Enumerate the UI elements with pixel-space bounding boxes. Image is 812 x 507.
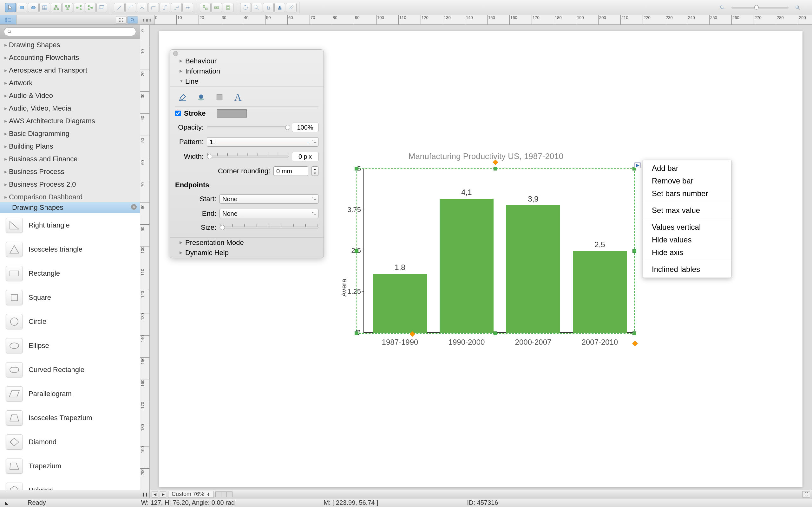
connector-angle[interactable] [148,3,159,12]
connector-smart[interactable] [171,3,182,12]
width-field[interactable] [292,152,318,161]
selection-handle-sw[interactable] [355,331,358,335]
library-search-input[interactable] [4,27,136,36]
library-category[interactable]: Audio & Video [0,89,140,102]
inspector-close-icon[interactable] [173,51,178,56]
library-category[interactable]: Business and Finance [0,153,140,165]
shape-item[interactable]: Rectangle [0,262,140,285]
ruler-unit[interactable]: mm [140,15,154,24]
refresh-tool[interactable] [240,3,251,12]
library-category[interactable]: Building Plans [0,140,140,153]
tree-tool-3[interactable] [73,3,84,12]
selection-handle-n[interactable] [494,167,497,170]
inspector-section-dynamic-help[interactable]: Dynamic Help [170,248,323,258]
connector-curve[interactable] [125,3,136,12]
shape-item[interactable]: Curved Rectangle [0,358,140,382]
selection-handle-nw[interactable] [355,167,358,170]
ellipse-tool[interactable] [28,3,39,12]
shape-item[interactable]: Ellipse [0,334,140,358]
insp-tab-pen-icon[interactable] [176,92,189,103]
inspector-section-presentation[interactable]: Presentation Mode [170,237,323,248]
shape-item[interactable]: Isosceles Trapezium [0,406,140,430]
shape-item[interactable]: Circle [0,309,140,334]
context-menu-item[interactable]: Hide values [643,233,731,246]
inspector-panel[interactable]: Behaviour Information Line A Stroke Opac… [170,49,324,258]
library-category[interactable]: Drawing Shapes [0,39,140,51]
library-category[interactable]: Audio, Video, Media [0,102,140,115]
library-category[interactable]: Business Process [0,165,140,178]
context-menu-item[interactable]: Hide axis [643,246,731,259]
end-select[interactable]: None [219,209,318,218]
stroke-checkbox[interactable] [175,111,181,116]
rectangle-tool[interactable] [16,3,27,12]
pause-icon[interactable]: ❚❚ [140,490,150,498]
tree-tool-4[interactable] [85,3,96,12]
pan-tool[interactable] [263,3,274,12]
library-category[interactable]: Accounting Flowcharts [0,51,140,64]
size-slider[interactable]: ||||||||| [219,227,318,228]
inspector-section-behaviour[interactable]: Behaviour [170,56,323,66]
align-3[interactable] [223,3,234,12]
selection-handle-se[interactable] [632,331,636,335]
scroll-left-icon[interactable]: ◀ [152,491,158,498]
insp-tab-fill-icon[interactable] [213,92,226,103]
scroll-right-icon[interactable]: ▶ [160,491,166,498]
action-arrow-icon[interactable]: ▶ [635,162,641,168]
library-category[interactable]: Comparison Dashboard [0,191,140,202]
connector-straight[interactable] [114,3,125,12]
pointer-tool[interactable] [5,3,16,12]
start-select[interactable]: None [219,194,318,204]
align-2[interactable] [211,3,222,12]
export-tool[interactable] [96,3,107,12]
shape-item[interactable]: Parallelogram [0,382,140,406]
align-1[interactable] [200,3,211,12]
context-menu-item[interactable]: Add bar [643,162,731,175]
context-menu-item[interactable]: Set bars number [643,187,731,200]
tree-tool-2[interactable] [62,3,73,12]
search-lib-icon[interactable] [127,16,138,24]
library-open-section[interactable]: Drawing Shapes ✕ [0,202,140,213]
library-category[interactable]: Artwork [0,77,140,89]
table-tool[interactable] [39,3,50,12]
opacity-field[interactable] [292,123,318,132]
shape-item[interactable]: Right triangle [0,213,140,237]
context-menu-item[interactable]: Set max value [643,204,731,217]
context-menu-item[interactable]: Values vertical [643,221,731,233]
library-category[interactable]: Business Process 2,0 [0,178,140,191]
corner-field[interactable] [273,166,308,176]
close-icon[interactable]: ✕ [131,204,137,210]
context-menu-item[interactable]: Inclined lables [643,263,731,276]
library-category[interactable]: Aerospace and Transport [0,64,140,77]
shape-item[interactable]: Polygon [0,478,140,490]
connector-bezier[interactable] [183,3,193,12]
width-slider[interactable]: ||||||||| [207,156,289,158]
shape-item[interactable]: Isosceles triangle [0,237,140,262]
inspector-section-line[interactable]: Line [170,76,323,87]
library-category[interactable]: AWS Architecture Diagrams [0,115,140,127]
shape-item[interactable]: Square [0,285,140,309]
zoom-out-button[interactable] [717,3,728,12]
connector-step[interactable] [159,3,170,12]
insp-tab-text-icon[interactable]: A [232,92,244,103]
insp-tab-shadow-icon[interactable] [195,92,207,103]
shape-item[interactable]: Trapezium [0,454,140,478]
view-mode-icons[interactable] [215,492,233,497]
library-category[interactable]: Basic Diagramming [0,127,140,140]
zoom-in-button[interactable] [792,3,803,12]
context-menu-item[interactable]: Remove bar [643,175,731,187]
eyedropper-tool[interactable] [286,3,297,12]
selection-handle-w[interactable] [355,249,358,253]
pattern-select[interactable]: 1: [207,137,318,147]
inspector-section-information[interactable]: Information [170,66,323,76]
tree-tool-1[interactable] [51,3,61,12]
expand-icon[interactable]: ⛶ [803,491,810,498]
shape-item[interactable]: Diamond [0,430,140,454]
zoom-select[interactable]: Custom 76% ▲▼ [168,491,213,498]
selection-handle-e[interactable] [632,249,636,253]
grid-view-icon[interactable] [116,16,126,24]
stroke-color-swatch[interactable] [217,109,247,118]
opacity-slider[interactable] [207,126,289,128]
zoom-slider[interactable] [731,7,789,9]
corner-stepper[interactable]: ▲▼ [311,166,318,176]
zoom-tool[interactable] [252,3,262,12]
